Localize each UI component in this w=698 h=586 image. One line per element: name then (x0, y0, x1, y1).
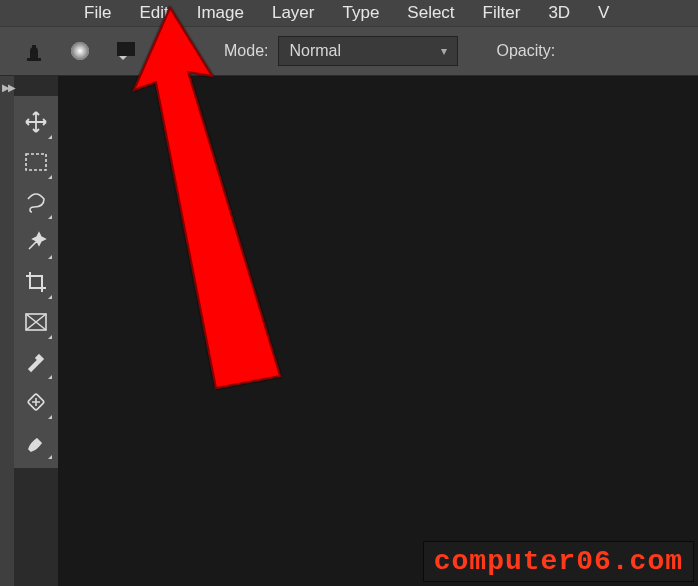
menu-view[interactable]: V (584, 0, 623, 26)
menu-layer[interactable]: Layer (258, 0, 329, 26)
magic-wand-tool[interactable] (17, 222, 55, 262)
toggle-brush-panel-icon[interactable] (112, 37, 140, 65)
frame-tool[interactable] (17, 302, 55, 342)
svg-point-1 (71, 42, 89, 60)
menu-edit[interactable]: Edit (125, 0, 182, 26)
lasso-tool[interactable] (17, 182, 55, 222)
svg-rect-3 (26, 154, 46, 170)
menu-file[interactable]: File (70, 0, 125, 26)
panel-gutter: ▶▶ (0, 76, 14, 586)
rectangular-marquee-tool[interactable] (17, 142, 55, 182)
menu-type[interactable]: Type (328, 0, 393, 26)
canvas[interactable] (58, 76, 698, 586)
clone-stamp-tool-icon[interactable] (20, 37, 48, 65)
mode-value: Normal (289, 42, 341, 60)
menu-3d[interactable]: 3D (534, 0, 584, 26)
eyedropper-tool[interactable] (17, 342, 55, 382)
crop-tool[interactable] (17, 262, 55, 302)
tools-panel (14, 96, 58, 468)
menu-bar: File Edit Image Layer Type Select Filter… (0, 0, 698, 26)
mode-label: Mode: (224, 42, 268, 60)
watermark: computer06.com (423, 541, 694, 582)
chevron-down-icon: ▾ (441, 44, 447, 58)
healing-brush-tool[interactable] (17, 382, 55, 422)
move-tool[interactable] (17, 102, 55, 142)
mode-dropdown[interactable]: Normal ▾ (278, 36, 458, 66)
brush-tool[interactable] (17, 422, 55, 462)
menu-select[interactable]: Select (393, 0, 468, 26)
expand-panels-icon[interactable]: ▶▶ (2, 82, 14, 93)
options-bar: Mode: Normal ▾ Opacity: (0, 26, 698, 76)
clone-source-icon[interactable] (158, 37, 186, 65)
workspace: ▶▶ (0, 76, 698, 586)
brush-preset-icon[interactable] (66, 37, 94, 65)
menu-filter[interactable]: Filter (469, 0, 535, 26)
opacity-label: Opacity: (496, 42, 555, 60)
menu-image[interactable]: Image (183, 0, 258, 26)
